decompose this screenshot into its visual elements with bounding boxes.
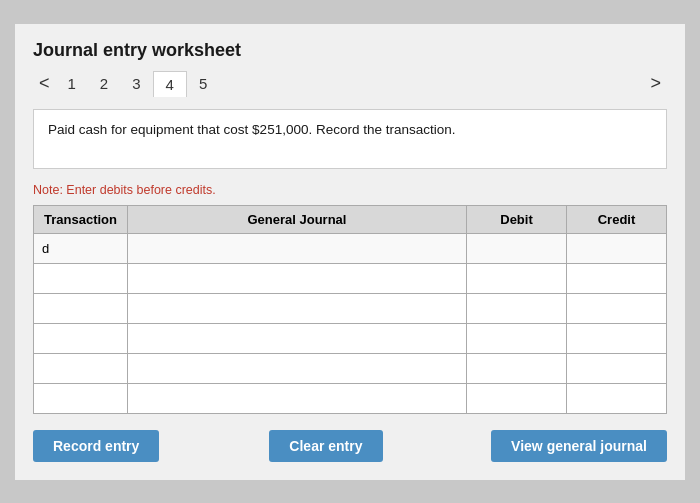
transaction-empty-6 — [34, 383, 128, 413]
debit-cell-6[interactable] — [467, 383, 567, 413]
credit-input-1[interactable] — [567, 234, 666, 263]
journal-input-2[interactable] — [128, 264, 466, 293]
table-row-4 — [34, 323, 667, 353]
clear-entry-button[interactable]: Clear entry — [269, 430, 382, 462]
journal-input-4[interactable] — [128, 324, 466, 353]
view-general-journal-button[interactable]: View general journal — [491, 430, 667, 462]
col-header-journal: General Journal — [127, 205, 466, 233]
journal-cell-3[interactable] — [127, 293, 466, 323]
credit-input-3[interactable] — [567, 294, 666, 323]
nav-next-arrow[interactable]: > — [644, 71, 667, 96]
record-entry-button[interactable]: Record entry — [33, 430, 159, 462]
credit-input-2[interactable] — [567, 264, 666, 293]
debit-cell-2[interactable] — [467, 263, 567, 293]
journal-cell-2[interactable] — [127, 263, 466, 293]
journal-input-6[interactable] — [128, 384, 466, 413]
journal-card: Journal entry worksheet < 1 2 3 4 5 > Pa… — [15, 24, 685, 480]
transaction-empty-5 — [34, 353, 128, 383]
tab-3[interactable]: 3 — [120, 71, 152, 96]
tab-5[interactable]: 5 — [187, 71, 219, 96]
credit-input-4[interactable] — [567, 324, 666, 353]
tab-2[interactable]: 2 — [88, 71, 120, 96]
col-header-transaction: Transaction — [34, 205, 128, 233]
credit-cell-4[interactable] — [567, 323, 667, 353]
table-row-5 — [34, 353, 667, 383]
credit-cell-1[interactable] — [567, 233, 667, 263]
journal-cell-1[interactable] — [127, 233, 466, 263]
tab-navigation: < 1 2 3 4 5 > — [33, 71, 667, 97]
tab-1[interactable]: 1 — [56, 71, 88, 96]
transaction-description: Paid cash for equipment that cost $251,0… — [33, 109, 667, 169]
debit-cell-3[interactable] — [467, 293, 567, 323]
debit-cell-5[interactable] — [467, 353, 567, 383]
col-header-debit: Debit — [467, 205, 567, 233]
journal-table: Transaction General Journal Debit Credit… — [33, 205, 667, 414]
note-text: Note: Enter debits before credits. — [33, 183, 667, 197]
debit-cell-1[interactable] — [467, 233, 567, 263]
journal-cell-6[interactable] — [127, 383, 466, 413]
transaction-empty-3 — [34, 293, 128, 323]
credit-cell-3[interactable] — [567, 293, 667, 323]
transaction-label-d: d — [34, 233, 128, 263]
debit-input-2[interactable] — [467, 264, 566, 293]
debit-input-3[interactable] — [467, 294, 566, 323]
debit-input-6[interactable] — [467, 384, 566, 413]
nav-prev-arrow[interactable]: < — [33, 71, 56, 96]
table-row-6 — [34, 383, 667, 413]
page-title: Journal entry worksheet — [33, 40, 667, 61]
journal-input-1[interactable] — [128, 234, 466, 263]
journal-cell-4[interactable] — [127, 323, 466, 353]
credit-input-5[interactable] — [567, 354, 666, 383]
debit-cell-4[interactable] — [467, 323, 567, 353]
table-row-1: d — [34, 233, 667, 263]
tab-4[interactable]: 4 — [153, 71, 187, 97]
credit-cell-2[interactable] — [567, 263, 667, 293]
debit-input-1[interactable] — [467, 234, 566, 263]
table-row-2 — [34, 263, 667, 293]
credit-cell-5[interactable] — [567, 353, 667, 383]
credit-input-6[interactable] — [567, 384, 666, 413]
debit-input-4[interactable] — [467, 324, 566, 353]
debit-input-5[interactable] — [467, 354, 566, 383]
button-row: Record entry Clear entry View general jo… — [33, 430, 667, 462]
col-header-credit: Credit — [567, 205, 667, 233]
journal-input-3[interactable] — [128, 294, 466, 323]
table-row-3 — [34, 293, 667, 323]
transaction-empty-2 — [34, 263, 128, 293]
journal-input-5[interactable] — [128, 354, 466, 383]
credit-cell-6[interactable] — [567, 383, 667, 413]
journal-cell-5[interactable] — [127, 353, 466, 383]
transaction-empty-4 — [34, 323, 128, 353]
